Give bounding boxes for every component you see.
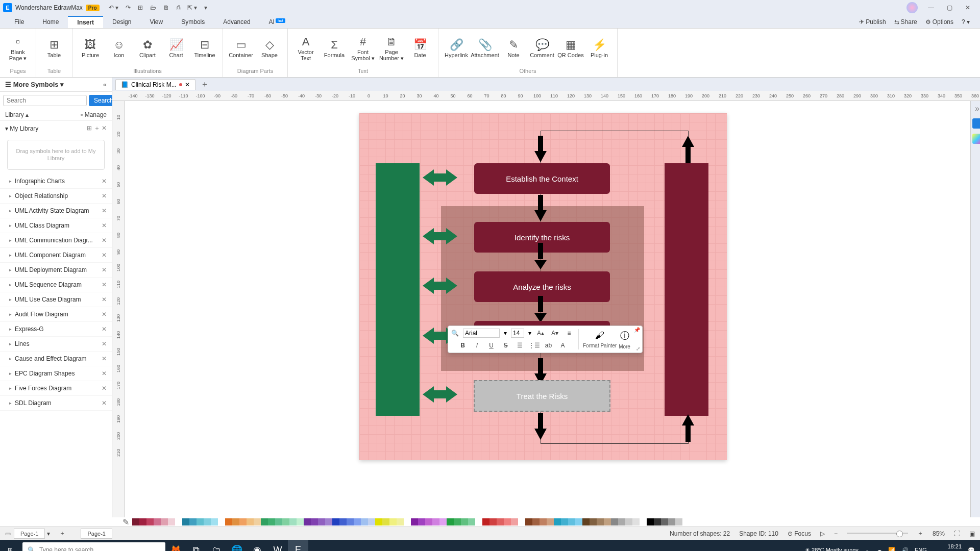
user-avatar[interactable]: [906, 2, 918, 13]
tray-clock[interactable]: 18:2118-10-2023: [933, 543, 962, 551]
arrow-down-2[interactable]: [534, 210, 547, 221]
color-swatch[interactable]: [146, 518, 154, 525]
timeline-button[interactable]: ⊟Timeline: [191, 30, 218, 66]
panel-menu-icon[interactable]: ☰: [5, 81, 11, 88]
color-swatch[interactable]: [361, 518, 368, 525]
format-painter-button[interactable]: 🖌Format Painter: [583, 330, 617, 348]
floating-text-toolbar[interactable]: 🔍 ▾ ▾ A▴ A▾ ≡ B I U S̶: [448, 325, 643, 353]
comment-button[interactable]: 💬Comment: [528, 30, 556, 66]
hyperlink-button[interactable]: 🔗Hyperlink: [443, 30, 470, 66]
ai-pane-icon[interactable]: [972, 134, 981, 144]
remove-lib-icon[interactable]: ✕: [102, 325, 107, 333]
underline-icon[interactable]: U: [486, 340, 497, 350]
clipart-button[interactable]: ✿Clipart: [134, 30, 161, 66]
menu-view[interactable]: View: [140, 16, 172, 28]
eyedropper-icon[interactable]: ✎: [122, 517, 129, 527]
color-swatch[interactable]: [261, 518, 268, 525]
color-swatch[interactable]: [189, 518, 197, 525]
qat-more-icon[interactable]: ▾: [204, 4, 207, 11]
numbered-list-icon[interactable]: ☰: [515, 340, 525, 350]
start-button[interactable]: ⊞: [0, 540, 20, 551]
color-swatch[interactable]: [447, 518, 454, 525]
color-swatch[interactable]: [197, 518, 204, 525]
font-dd-icon[interactable]: ▾: [504, 330, 507, 337]
color-swatch[interactable]: [611, 518, 618, 525]
menu-ai[interactable]: AIhot: [260, 16, 295, 28]
font-search-icon[interactable]: 🔍: [451, 330, 459, 337]
chrome-icon[interactable]: ◉: [247, 540, 267, 551]
format-pane-icon[interactable]: [972, 118, 981, 129]
color-swatch[interactable]: [239, 518, 247, 525]
remove-lib-icon[interactable]: ✕: [102, 207, 107, 214]
page-dropdown[interactable]: Page-1: [14, 529, 45, 539]
color-swatch[interactable]: [397, 518, 404, 525]
color-swatch[interactable]: [497, 518, 504, 525]
arrow-down-6[interactable]: [534, 429, 547, 440]
library-item[interactable]: UML Component Diagram✕: [0, 248, 112, 263]
color-swatch[interactable]: [161, 518, 168, 525]
double-arrow-3[interactable]: [423, 278, 457, 294]
library-item[interactable]: Object Relationship✕: [0, 189, 112, 204]
more-button[interactable]: ⓘMore: [619, 330, 630, 349]
color-swatch[interactable]: [247, 518, 254, 525]
picture-button[interactable]: 🖼Picture: [77, 30, 104, 66]
color-swatch[interactable]: [540, 518, 547, 525]
note-button[interactable]: ✎Note: [500, 30, 527, 66]
color-swatch[interactable]: [590, 518, 597, 525]
color-swatch[interactable]: [304, 518, 311, 525]
library-item[interactable]: Five Forces Diagram✕: [0, 381, 112, 396]
color-swatch[interactable]: [561, 518, 568, 525]
color-swatch[interactable]: [504, 518, 511, 525]
color-swatch[interactable]: [268, 518, 275, 525]
color-swatch[interactable]: [475, 518, 482, 525]
color-swatch[interactable]: [232, 518, 239, 525]
double-arrow-2[interactable]: [423, 228, 457, 244]
remove-lib-icon[interactable]: ✕: [102, 281, 107, 288]
color-swatch[interactable]: [489, 518, 497, 525]
bullet-list-icon[interactable]: ⋮☰: [529, 340, 540, 350]
page-view-icon[interactable]: ▭: [5, 530, 11, 537]
align-icon[interactable]: ≡: [564, 328, 574, 338]
remove-lib-icon[interactable]: ✕: [102, 370, 107, 377]
tray-notifications-icon[interactable]: 💬: [968, 547, 975, 552]
color-swatch[interactable]: [368, 518, 375, 525]
remove-lib-icon[interactable]: ✕: [102, 385, 107, 392]
color-swatch[interactable]: [482, 518, 489, 525]
color-swatch[interactable]: [282, 518, 289, 525]
color-swatch[interactable]: [225, 518, 232, 525]
textcase-icon[interactable]: ab: [544, 340, 554, 350]
arrow-up-2[interactable]: [682, 414, 694, 425]
color-swatch[interactable]: [218, 518, 225, 525]
color-swatch[interactable]: [204, 518, 211, 525]
color-swatch[interactable]: [175, 518, 182, 525]
library-item[interactable]: UML Use Case Diagram✕: [0, 292, 112, 307]
double-arrow-1[interactable]: [423, 169, 457, 186]
edge-icon[interactable]: 🌐: [227, 540, 247, 551]
color-swatch[interactable]: [289, 518, 297, 525]
mylibrary-header[interactable]: ▾ My Library: [5, 125, 38, 132]
remove-lib-icon[interactable]: ✕: [102, 296, 107, 303]
color-swatch[interactable]: [139, 518, 146, 525]
plugin-button[interactable]: ⚡Plug-in: [585, 30, 613, 66]
export-icon[interactable]: ⇱ ▾: [187, 4, 197, 11]
color-swatch[interactable]: [254, 518, 261, 525]
color-swatch[interactable]: [661, 518, 668, 525]
color-swatch[interactable]: [582, 518, 590, 525]
strike-icon[interactable]: S̶: [501, 340, 511, 350]
menu-file[interactable]: File: [5, 16, 33, 28]
box-establish-context[interactable]: Establish the Context: [474, 163, 610, 194]
minimize-icon[interactable]: —: [922, 4, 940, 11]
cortana-icon[interactable]: 🦊: [165, 540, 186, 551]
grow-font-icon[interactable]: A▴: [535, 328, 546, 338]
table-button[interactable]: ⊞Table: [40, 30, 68, 66]
remove-lib-icon[interactable]: ✕: [102, 266, 107, 273]
weather-widget[interactable]: ☀ 28°C Mostly sunny: [805, 547, 859, 552]
color-swatch[interactable]: [347, 518, 354, 525]
remove-lib-icon[interactable]: ✕: [102, 237, 107, 244]
explorer-icon[interactable]: 🗂: [206, 540, 227, 551]
library-item[interactable]: Express-G✕: [0, 322, 112, 337]
document-tab[interactable]: 📘 Clinical Risk M... ✕: [115, 79, 195, 90]
color-swatch[interactable]: [547, 518, 554, 525]
zoom-slider[interactable]: [847, 533, 908, 534]
color-swatch[interactable]: [575, 518, 582, 525]
